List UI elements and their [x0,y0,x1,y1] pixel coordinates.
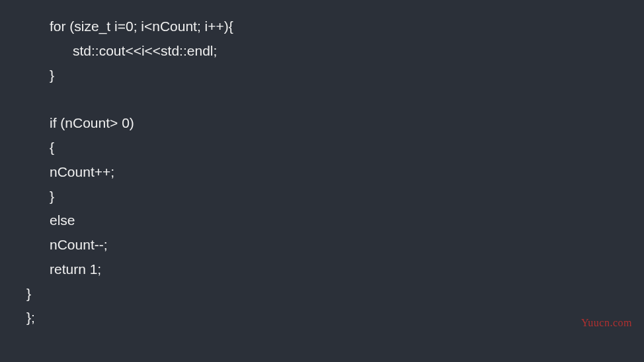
code-line: std::cout<<i<<std::endl; [0,39,644,64]
code-line: } [0,282,644,306]
code-line: nCount++; [0,160,644,185]
code-line: if (nCount> 0) [0,111,644,136]
code-line: }; [0,306,644,330]
watermark-text: Yuucn.com [581,317,632,329]
code-line: else [0,208,644,233]
code-line: } [0,64,644,88]
code-line: return 1; [0,257,644,282]
code-line: for (size_t i=0; i<nCount; i++){ [0,15,644,39]
code-line: nCount--; [0,233,644,257]
code-editor-viewport[interactable]: for (size_t i=0; i<nCount; i++){ std::co… [0,0,644,330]
code-line: } [0,185,644,209]
code-line: { [0,136,644,160]
code-blank-line [0,87,644,111]
